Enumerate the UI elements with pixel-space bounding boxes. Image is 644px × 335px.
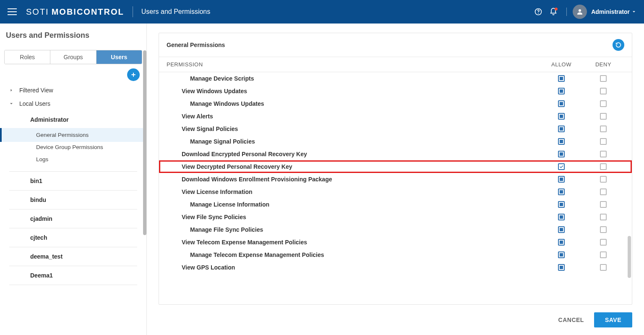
checkbox-empty[interactable]: [600, 201, 607, 208]
permission-row: View Windows Updates: [159, 85, 632, 97]
user-item[interactable]: bin1: [9, 172, 137, 191]
checkbox-indeterminate[interactable]: [558, 239, 565, 246]
help-icon[interactable]: [531, 5, 545, 19]
footer: CANCEL SAVE: [147, 305, 644, 335]
user-menu[interactable]: Administrator: [591, 8, 636, 15]
checkbox-empty[interactable]: [600, 188, 607, 195]
checkbox-empty[interactable]: [600, 113, 607, 120]
header-section-title: Users and Permissions: [141, 8, 211, 16]
deny-cell: [582, 264, 624, 271]
deny-cell: [582, 226, 624, 233]
checkbox-empty[interactable]: [600, 251, 607, 258]
permission-row: Manage License Information: [159, 198, 632, 211]
checkbox-indeterminate[interactable]: [558, 188, 565, 195]
checkbox-empty[interactable]: [600, 214, 607, 220]
permission-row: Manage Windows Updates: [159, 97, 632, 110]
permission-row: Manage Signal Policies: [159, 135, 632, 148]
checkbox-indeterminate[interactable]: [558, 75, 565, 82]
checkbox-indeterminate[interactable]: [558, 251, 565, 258]
checkbox-indeterminate[interactable]: [558, 138, 565, 145]
permissions-scrollbar[interactable]: [628, 236, 631, 278]
user-name[interactable]: bin1: [9, 172, 137, 190]
tab-roles[interactable]: Roles: [5, 50, 50, 64]
user-item[interactable]: AdministratorGeneral PermissionsDevice G…: [9, 110, 137, 172]
plus-icon: [130, 71, 137, 78]
tab-groups[interactable]: Groups: [50, 50, 96, 64]
allow-cell: [540, 188, 582, 195]
permission-row: Download Windows Enrollment Provisioning…: [159, 173, 632, 186]
user-item[interactable]: deema_test: [9, 247, 137, 266]
checkbox-empty[interactable]: [600, 138, 607, 145]
checkbox-indeterminate[interactable]: [558, 176, 565, 183]
svg-point-1: [538, 13, 539, 14]
permission-label: View GPS Location: [159, 264, 540, 271]
user-sublink[interactable]: General Permissions: [34, 129, 137, 141]
deny-cell: [582, 188, 624, 195]
checkbox-empty[interactable]: [600, 264, 607, 271]
checkbox-checked[interactable]: [558, 163, 565, 170]
sidebar: Users and Permissions Roles Groups Users…: [0, 24, 147, 335]
checkbox-empty[interactable]: [600, 239, 607, 246]
sidebar-tabs: Roles Groups Users: [4, 50, 142, 64]
allow-cell: [540, 113, 582, 120]
permission-label: Download Encrypted Personal Recovery Key: [159, 151, 540, 157]
tree-local-users[interactable]: Local Users: [0, 97, 146, 110]
checkbox-empty[interactable]: [600, 226, 607, 233]
user-item[interactable]: bindu: [9, 191, 137, 209]
deny-cell: [582, 126, 624, 132]
avatar[interactable]: [573, 5, 587, 19]
checkbox-empty[interactable]: [600, 126, 607, 132]
user-item[interactable]: Deema1: [9, 266, 137, 285]
allow-cell: [540, 75, 582, 82]
checkbox-indeterminate[interactable]: [558, 264, 565, 271]
user-name[interactable]: cjtech: [9, 228, 137, 247]
menu-icon[interactable]: [8, 8, 17, 15]
allow-cell: [540, 251, 582, 258]
refresh-button[interactable]: [613, 39, 624, 51]
checkbox-indeterminate[interactable]: [558, 214, 565, 220]
checkbox-indeterminate[interactable]: [558, 113, 565, 120]
user-item[interactable]: cjtech: [9, 228, 137, 247]
user-name[interactable]: bindu: [9, 191, 137, 209]
user-sublink[interactable]: Device Group Permissions: [34, 141, 137, 153]
tree-label: Filtered View: [19, 87, 53, 94]
user-item[interactable]: cjadmin: [9, 209, 137, 228]
allow-cell: [540, 226, 582, 233]
save-button[interactable]: SAVE: [594, 312, 632, 327]
user-name[interactable]: Administrator: [9, 110, 137, 129]
permissions-list[interactable]: Manage Device ScriptsView Windows Update…: [159, 72, 632, 304]
bell-icon[interactable]: [546, 5, 561, 19]
checkbox-empty[interactable]: [600, 88, 607, 94]
permission-label: Manage Device Scripts: [159, 75, 540, 82]
col-permission: PERMISSION: [167, 61, 540, 68]
checkbox-empty[interactable]: [600, 151, 607, 157]
user-name[interactable]: deema_test: [9, 247, 137, 266]
permission-label: View File Sync Policies: [159, 214, 540, 220]
checkbox-indeterminate[interactable]: [558, 226, 565, 233]
checkbox-indeterminate[interactable]: [558, 88, 565, 94]
checkbox-indeterminate[interactable]: [558, 151, 565, 157]
checkbox-empty[interactable]: [600, 163, 607, 170]
user-list: AdministratorGeneral PermissionsDevice G…: [0, 110, 146, 293]
deny-cell: [582, 75, 624, 82]
checkbox-empty[interactable]: [600, 75, 607, 82]
user-name[interactable]: cjadmin: [9, 209, 137, 228]
user-sublink[interactable]: Logs: [34, 153, 137, 165]
permission-row: View Signal Policies: [159, 123, 632, 135]
add-button[interactable]: [127, 68, 140, 81]
permission-label: Manage Telecom Expense Management Polici…: [159, 251, 540, 258]
checkbox-indeterminate[interactable]: [558, 100, 565, 107]
tree-filtered-view[interactable]: Filtered View: [0, 84, 146, 97]
permission-row: Download Encrypted Personal Recovery Key: [159, 148, 632, 160]
tab-users[interactable]: Users: [96, 50, 142, 64]
cancel-button[interactable]: CANCEL: [558, 317, 584, 323]
sidebar-scrollbar[interactable]: [143, 50, 146, 235]
checkbox-empty[interactable]: [600, 176, 607, 183]
user-name[interactable]: Deema1: [9, 266, 137, 285]
checkbox-empty[interactable]: [600, 100, 607, 107]
checkbox-indeterminate[interactable]: [558, 126, 565, 132]
checkbox-indeterminate[interactable]: [558, 201, 565, 208]
chevron-down-icon: [6, 101, 17, 106]
deny-cell: [582, 239, 624, 246]
permission-label: Manage License Information: [159, 201, 540, 208]
